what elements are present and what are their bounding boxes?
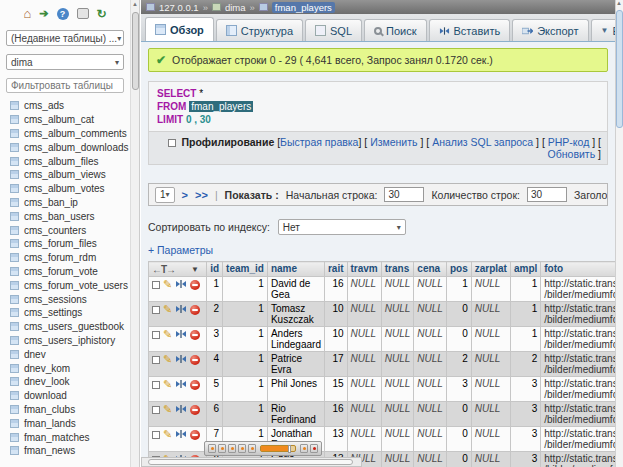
sidebar-table-item[interactable]: cms_users_guestbook [0, 320, 130, 334]
player-button[interactable] [300, 444, 308, 453]
player-button[interactable] [238, 444, 246, 453]
edit-icon[interactable]: ✎ [163, 353, 172, 365]
sidebar-table-item[interactable]: cms_ban_users [0, 209, 130, 223]
column-header-travm[interactable]: travm [347, 262, 381, 277]
recent-tables-select[interactable]: (Недавние таблицы) ... ▾ [6, 30, 124, 46]
sidebar-table-item[interactable]: dnev [0, 347, 130, 361]
row-checkbox[interactable] [152, 406, 160, 414]
profiling-link[interactable]: PHP-код [548, 136, 590, 148]
edit-icon[interactable]: ✎ [163, 428, 172, 440]
options-arrow-icon[interactable]: ▼ [191, 265, 199, 274]
profiling-link[interactable]: Обновить [548, 148, 596, 160]
sidebar-table-item[interactable]: download [0, 389, 130, 403]
sidebar-table-item[interactable]: fman_news [0, 444, 130, 458]
profiling-link[interactable]: Быстрая правка [280, 136, 358, 148]
filter-tables-input[interactable] [6, 78, 124, 93]
insert-copy-icon[interactable] [175, 379, 187, 391]
insert-copy-icon[interactable] [175, 429, 187, 441]
column-header-foto[interactable]: foto [541, 262, 615, 277]
row-checkbox[interactable] [152, 431, 160, 439]
delete-icon[interactable] [190, 330, 200, 340]
start-row-input[interactable] [384, 187, 424, 202]
tab-sql[interactable]: SQL [305, 19, 362, 41]
sql-query-box[interactable]: SELECT * FROM fman_players LIMIT 0 , 30 [148, 81, 608, 131]
sidebar-table-item[interactable]: cms_forum_rdm [0, 251, 130, 265]
help-icon[interactable]: ? [57, 8, 69, 20]
row-checkbox[interactable] [152, 306, 160, 314]
profiling-checkbox[interactable] [168, 139, 176, 147]
column-header-team_id[interactable]: team_id [223, 262, 268, 277]
row-checkbox[interactable] [152, 281, 160, 289]
row-count-input[interactable] [527, 187, 567, 202]
tab-search[interactable]: Поиск [364, 19, 426, 41]
sidebar-table-item[interactable]: cms_counters [0, 223, 130, 237]
edit-icon[interactable]: ✎ [163, 328, 172, 340]
insert-copy-icon[interactable] [175, 304, 187, 316]
scroll-up-icon[interactable]: ▲ [132, 1, 138, 7]
transpose-widget[interactable]: ←T→ [152, 264, 175, 275]
sidebar-table-item[interactable]: dnev_kom [0, 361, 130, 375]
row-checkbox[interactable] [152, 381, 160, 389]
tab-more[interactable]: ▼ Ещё [591, 19, 615, 41]
insert-copy-icon[interactable] [175, 329, 187, 341]
profiling-link[interactable]: Изменить [370, 136, 417, 148]
sidebar-table-item[interactable]: cms_album_votes [0, 182, 130, 196]
delete-icon[interactable] [190, 380, 200, 390]
sidebar-scrollbar[interactable]: ▲ [130, 0, 140, 467]
insert-copy-icon[interactable] [175, 354, 187, 366]
home-icon[interactable]: ⌂ [23, 8, 31, 20]
tab-structure[interactable]: Структура [216, 19, 303, 41]
sidebar-table-item[interactable]: cms_forum_vote [0, 265, 130, 279]
breadcrumb-database[interactable]: dima [225, 2, 246, 13]
vertical-scrollbar[interactable]: ▲ [615, 0, 623, 467]
column-header-rait[interactable]: rait [324, 262, 347, 277]
column-header-id[interactable]: id [207, 262, 223, 277]
sidebar-table-item[interactable]: cms_users_iphistory [0, 334, 130, 348]
insert-copy-icon[interactable] [175, 404, 187, 416]
options-toggle-link[interactable]: + Параметры [148, 244, 608, 256]
edit-icon[interactable]: ✎ [163, 403, 172, 415]
next-page-button[interactable]: > [182, 189, 188, 201]
row-checkbox[interactable] [152, 331, 160, 339]
sidebar-table-item[interactable]: fman_matches [0, 430, 130, 444]
tab-browse[interactable]: Обзор [145, 17, 214, 41]
sidebar-table-item[interactable]: dnev_look [0, 375, 130, 389]
edit-icon[interactable]: ✎ [163, 278, 172, 290]
player-stop-button[interactable] [310, 444, 318, 453]
logout-icon[interactable]: ➔ [39, 7, 48, 20]
player-button[interactable] [248, 444, 256, 453]
column-header-zarplat[interactable]: zarplat [471, 262, 510, 277]
player-button[interactable] [208, 444, 216, 453]
edit-icon[interactable]: ✎ [163, 378, 172, 390]
sidebar-table-item[interactable]: cms_album_views [0, 168, 130, 182]
sort-index-select[interactable]: Нет ▾ [278, 219, 406, 235]
sidebar-table-item[interactable]: cms_settings [0, 306, 130, 320]
tab-insert[interactable]: Вставить [429, 19, 511, 41]
horizontal-scrollbar[interactable] [141, 457, 362, 467]
progress-handle[interactable] [288, 445, 291, 453]
column-header-cena[interactable]: cena [414, 262, 447, 277]
scrollbar-thumb[interactable] [148, 459, 353, 465]
docs-icon[interactable] [77, 8, 89, 19]
insert-copy-icon[interactable] [175, 279, 187, 291]
edit-icon[interactable]: ✎ [163, 303, 172, 315]
row-checkbox[interactable] [152, 356, 160, 364]
column-header-ampl[interactable]: ampl [510, 262, 540, 277]
column-header-trans[interactable]: trans [381, 262, 414, 277]
page-select[interactable]: 1 ▾ [155, 187, 175, 203]
delete-icon[interactable] [190, 355, 200, 365]
sidebar-table-item[interactable]: cms_forum_vote_users [0, 278, 130, 292]
sidebar-table-item[interactable]: cms_album_cat [0, 113, 130, 127]
sidebar-table-item[interactable]: cms_sessions [0, 292, 130, 306]
column-header-name[interactable]: name [267, 262, 324, 277]
last-page-button[interactable]: >> [195, 189, 208, 201]
delete-icon[interactable] [190, 280, 200, 290]
delete-icon[interactable] [190, 405, 200, 415]
sidebar-table-item[interactable]: fman_clubs [0, 403, 130, 417]
reload-icon[interactable]: ↻ [97, 7, 107, 21]
scrollbar-thumb[interactable] [132, 12, 139, 90]
scrollbar-thumb[interactable] [616, 10, 623, 128]
sidebar-table-item[interactable]: cms_ads [0, 99, 130, 113]
sidebar-table-item[interactable]: fman_lands [0, 416, 130, 430]
player-button[interactable] [218, 444, 226, 453]
